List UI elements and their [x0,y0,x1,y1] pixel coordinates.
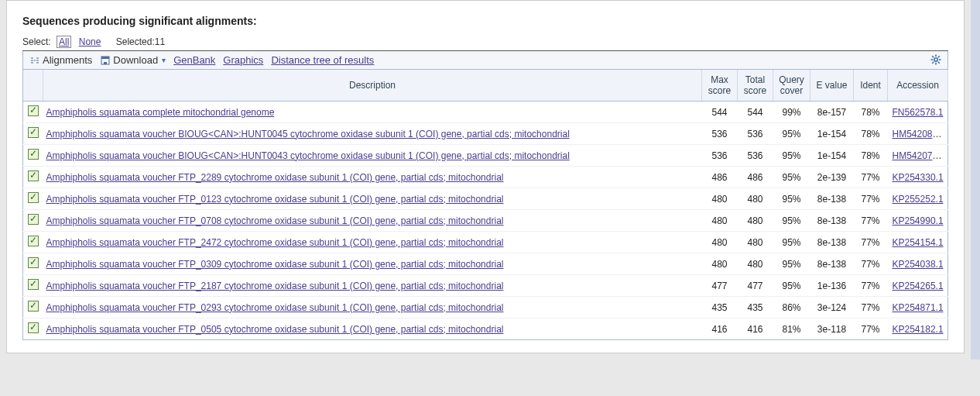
cell-e-value: 3e-118 [810,319,854,340]
panel-title: Sequences producing significant alignmen… [22,15,948,27]
description-link[interactable]: Amphipholis squamata voucher FTP_2289 cy… [46,172,504,183]
table-row: Amphipholis squamata voucher FTP_0708 cy… [23,210,948,232]
cell-ident: 78% [854,102,888,123]
row-checkbox[interactable] [28,257,39,268]
row-checkbox[interactable] [28,322,39,333]
cell-query-cover: 95% [773,145,810,167]
accession-link[interactable]: HM542079.1 [893,150,946,161]
cell-e-value: 2e-139 [810,167,854,188]
row-checkbox[interactable] [28,214,39,225]
cell-max-score: 480 [702,210,738,232]
row-checkbox[interactable] [28,279,39,290]
cell-total-score: 544 [738,102,773,123]
svg-rect-1 [101,57,109,59]
select-all-link[interactable]: All [57,36,71,48]
accession-link[interactable]: KP254990.1 [893,215,944,226]
accession-link[interactable]: FN562578.1 [893,107,944,118]
graphics-link[interactable]: Graphics [223,54,263,66]
cell-max-score: 480 [702,188,738,210]
accession-link[interactable]: HM542080.1 [893,129,946,139]
alignments-icon [29,55,40,66]
col-query-cover[interactable]: Query cover [773,70,810,102]
select-label: Select: [22,36,51,47]
cell-query-cover: 95% [773,275,810,297]
gear-icon[interactable] [930,54,941,65]
accession-link[interactable]: KP254330.1 [893,172,944,183]
download-icon [100,55,111,66]
col-max-score[interactable]: Max score [702,70,738,102]
col-ident[interactable]: Ident [854,70,888,102]
cell-max-score: 536 [702,123,738,145]
select-none-link[interactable]: None [79,36,101,47]
description-link[interactable]: Amphipholis squamata complete mitochondr… [46,107,275,118]
cell-e-value: 1e-154 [810,145,854,167]
col-e-value[interactable]: E value [810,70,854,102]
cell-max-score: 480 [702,253,738,275]
accession-link[interactable]: KP254182.1 [893,324,944,335]
table-row: Amphipholis squamata voucher BIOUG<CAN>:… [23,145,948,167]
cell-e-value: 3e-124 [810,297,854,319]
description-link[interactable]: Amphipholis squamata voucher FTP_2472 cy… [46,237,504,248]
description-link[interactable]: Amphipholis squamata voucher FTP_2187 cy… [46,281,504,291]
accession-link[interactable]: KP254871.1 [893,302,944,313]
description-link[interactable]: Amphipholis squamata voucher FTP_0505 cy… [46,324,504,335]
col-accession[interactable]: Accession [888,70,948,102]
distance-tree-link[interactable]: Distance tree of results [271,54,374,66]
row-checkbox[interactable] [28,192,39,203]
table-row: Amphipholis squamata voucher FTP_0293 cy… [23,297,948,319]
cell-total-score: 536 [738,123,773,145]
download-button[interactable]: Download ▾ [100,54,166,66]
cell-max-score: 416 [702,319,738,340]
cell-query-cover: 95% [773,188,810,210]
col-total-score[interactable]: Total score [738,70,773,102]
table-row: Amphipholis squamata voucher BIOUG<CAN>:… [23,123,948,145]
cell-ident: 78% [854,145,888,167]
cell-max-score: 486 [702,167,738,188]
genbank-link[interactable]: GenBank [173,54,215,66]
cell-total-score: 536 [738,145,773,167]
cell-e-value: 8e-138 [810,188,854,210]
table-row: Amphipholis squamata voucher FTP_2472 cy… [23,232,948,253]
description-link[interactable]: Amphipholis squamata voucher FTP_0293 cy… [46,302,504,313]
cell-ident: 77% [854,297,888,319]
cell-total-score: 480 [738,253,773,275]
accession-link[interactable]: KP254038.1 [893,259,944,270]
description-link[interactable]: Amphipholis squamata voucher FTP_0309 cy… [46,259,504,270]
description-link[interactable]: Amphipholis squamata voucher BIOUG<CAN>:… [46,150,570,161]
description-link[interactable]: Amphipholis squamata voucher FTP_0708 cy… [46,215,504,226]
cell-query-cover: 95% [773,253,810,275]
alignments-button[interactable]: Alignments [29,54,92,66]
cell-query-cover: 86% [773,297,810,319]
cell-query-cover: 95% [773,167,810,188]
cell-ident: 77% [854,210,888,232]
cell-query-cover: 95% [773,232,810,253]
col-checkbox [23,70,43,102]
cell-ident: 77% [854,253,888,275]
row-checkbox[interactable] [28,301,39,312]
row-checkbox[interactable] [28,149,39,160]
col-description[interactable]: Description [43,70,702,102]
cell-total-score: 480 [738,210,773,232]
select-row: Select: All None Selected:11 [22,36,948,51]
description-link[interactable]: Amphipholis squamata voucher BIOUG<CAN>:… [46,129,570,139]
row-checkbox[interactable] [28,236,39,246]
table-row: Amphipholis squamata voucher FTP_0505 cy… [23,319,948,340]
row-checkbox[interactable] [28,170,39,181]
cell-query-cover: 95% [773,210,810,232]
cell-total-score: 435 [738,297,773,319]
accession-link[interactable]: KP254154.1 [893,237,944,248]
cell-ident: 77% [854,232,888,253]
row-checkbox[interactable] [28,105,39,116]
svg-rect-2 [104,62,107,64]
chevron-down-icon: ▾ [162,56,166,64]
cell-e-value: 8e-138 [810,210,854,232]
accession-link[interactable]: KP255252.1 [893,194,944,205]
table-row: Amphipholis squamata complete mitochondr… [23,102,948,123]
cell-total-score: 486 [738,167,773,188]
row-checkbox[interactable] [28,127,39,138]
svg-line-8 [932,56,934,57]
accession-link[interactable]: KP254265.1 [893,281,944,291]
description-link[interactable]: Amphipholis squamata voucher FTP_0123 cy… [46,194,504,205]
cell-max-score: 536 [702,145,738,167]
table-row: Amphipholis squamata voucher FTP_2289 cy… [23,167,948,188]
